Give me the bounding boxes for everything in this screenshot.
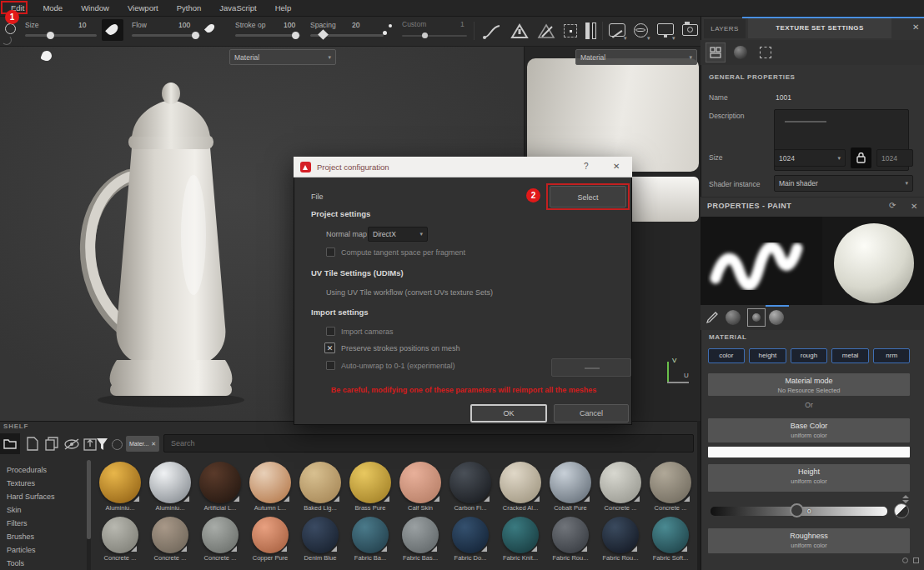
material-thumbnail[interactable]	[299, 462, 341, 503]
properties-refresh-icon[interactable]: ⟳	[889, 201, 896, 210]
roughness-reset-icon[interactable]	[902, 558, 908, 563]
shelf-scrollbar-thumb[interactable]	[87, 460, 91, 539]
size-slider[interactable]	[25, 34, 97, 37]
brush-secondary-icon[interactable]	[207, 23, 213, 33]
symmetry-icon[interactable]	[585, 22, 597, 39]
material-item[interactable]: Fabric Do...	[445, 515, 495, 567]
dialog-close-icon[interactable]: ✕	[613, 162, 620, 171]
display-settings-icon[interactable]	[657, 23, 674, 35]
stroke-opacity-slider[interactable]	[235, 34, 300, 37]
preserve-strokes-checkbox[interactable]: ✕	[324, 342, 335, 353]
duplicate-resource-icon[interactable]	[45, 437, 58, 451]
dialog-titlebar[interactable]: Project configuration ? ✕	[294, 157, 632, 178]
material-thumbnail[interactable]	[652, 517, 689, 553]
material-thumbnail[interactable]	[500, 462, 541, 503]
shelf-category-item[interactable]: Particles	[7, 543, 85, 557]
material-item[interactable]: Fabric Bas...	[395, 515, 445, 567]
height-slider-knob[interactable]	[790, 503, 804, 518]
material-item[interactable]: Fabric Rou...	[595, 515, 645, 567]
brush-preset-button[interactable]	[102, 19, 123, 41]
hide-resources-icon[interactable]	[63, 438, 80, 450]
stencil-chip-button[interactable]	[747, 308, 766, 327]
material-thumbnail[interactable]	[102, 517, 138, 553]
menu-item[interactable]: Viewport	[118, 0, 168, 16]
material-thumbnail[interactable]	[152, 517, 188, 553]
lazy-mouse-icon[interactable]	[564, 24, 577, 38]
filter-chip-close-icon[interactable]: ✕	[151, 441, 156, 448]
compute-tangent-checkbox[interactable]	[326, 248, 335, 257]
size-lock-button[interactable]	[851, 148, 871, 168]
flow-slider[interactable]	[132, 34, 200, 37]
material-thumbnail[interactable]	[149, 462, 191, 503]
environment-icon[interactable]	[634, 23, 648, 38]
material-thumbnail[interactable]	[252, 517, 289, 553]
shelf-category-item[interactable]: Tools	[7, 557, 85, 570]
material-item[interactable]: Artificial L...	[195, 460, 245, 513]
shelf-category-item[interactable]: Hard Surfaces	[7, 490, 85, 503]
material-item[interactable]: Brass Pure	[345, 460, 395, 513]
material-item[interactable]: Baked Lig...	[295, 460, 345, 513]
roughness-menu-icon[interactable]	[913, 558, 919, 563]
select-button[interactable]: Select	[550, 186, 626, 208]
material-item[interactable]: Aluminiu...	[145, 460, 195, 513]
filter-chip[interactable]: Mater... ✕	[126, 436, 159, 452]
menu-item[interactable]: JavaScript	[210, 0, 265, 16]
material-thumbnail[interactable]	[202, 517, 239, 553]
tab-texture-set-settings[interactable]: TEXTURE SET SETTINGS	[748, 18, 891, 38]
base-color-box[interactable]: Base Color uniform color	[708, 418, 910, 442]
falloff-curve-icon[interactable]	[482, 23, 502, 40]
base-color-swatch[interactable]	[708, 447, 910, 458]
material-item[interactable]: Fabric Soft...	[645, 515, 696, 567]
stencil-triangle-icon[interactable]	[537, 23, 555, 39]
unwrap-options-button[interactable]	[551, 358, 631, 377]
pen-tool-icon[interactable]	[706, 311, 719, 324]
height-box[interactable]: Height uniform color	[708, 464, 910, 492]
material-item[interactable]: Calf Skin	[395, 460, 445, 513]
channel-button[interactable]: metal	[831, 348, 869, 363]
shelf-category-item[interactable]: Brushes	[7, 530, 85, 543]
falloff-slider[interactable]	[402, 35, 467, 37]
channel-button[interactable]: rough	[791, 348, 828, 363]
filter-funnel-icon[interactable]	[96, 438, 108, 452]
material-sphere-icon[interactable]	[769, 310, 784, 325]
material-thumbnail[interactable]	[449, 462, 491, 503]
projection-triangle-icon[interactable]	[510, 23, 529, 39]
height-contrast-icon[interactable]	[894, 503, 909, 518]
uv-selection-button[interactable]	[756, 42, 776, 62]
material-thumbnail[interactable]	[249, 462, 291, 503]
size-dropdown[interactable]: 1024 ▾	[774, 149, 846, 167]
shelf-category-item[interactable]: Skin	[7, 503, 85, 517]
material-thumbnail[interactable]	[352, 517, 389, 553]
shelf-category-item[interactable]: Textures	[7, 477, 85, 490]
panel-close-icon[interactable]: ✕	[912, 22, 919, 32]
properties-close-icon[interactable]: ✕	[911, 202, 917, 211]
material-thumbnail[interactable]	[550, 462, 591, 503]
material-item[interactable]: Cracked Al...	[495, 460, 545, 513]
falloff-slider-knob[interactable]	[422, 32, 428, 38]
channel-button[interactable]: color	[708, 348, 746, 363]
cancel-button[interactable]: Cancel	[554, 404, 629, 422]
shelf-folder-button[interactable]	[0, 433, 20, 454]
material-item[interactable]: Concrete ...	[595, 460, 645, 513]
menu-item[interactable]: Window	[72, 0, 118, 16]
material-item[interactable]: Concrete ...	[195, 515, 245, 567]
tab-layers[interactable]: LAYERS	[704, 19, 746, 38]
material-item[interactable]: Concrete ...	[645, 460, 696, 513]
stroke-opacity-slider-knob[interactable]	[292, 32, 299, 39]
import-resources-icon[interactable]	[83, 437, 97, 451]
flow-slider-knob[interactable]	[192, 32, 199, 39]
material-thumbnail[interactable]	[452, 517, 489, 553]
material-thumbnail[interactable]	[199, 462, 241, 503]
material-thumbnail[interactable]	[552, 517, 589, 553]
shader-instance-dropdown[interactable]: Main shader ▾	[774, 175, 913, 192]
normal-map-format-dropdown[interactable]: DirectX ▾	[368, 227, 428, 242]
shelf-scrollbar[interactable]	[87, 460, 91, 570]
size-slider-knob[interactable]	[47, 32, 54, 39]
menu-item[interactable]: Mode	[33, 0, 72, 16]
channel-button[interactable]: nrm	[873, 348, 911, 363]
channel-button[interactable]: height	[749, 348, 786, 363]
texture-set-list-button[interactable]	[706, 42, 726, 62]
material-item[interactable]: Concrete ...	[95, 515, 145, 567]
dialog-help-icon[interactable]: ?	[584, 162, 589, 171]
resolution-settings-icon[interactable]	[609, 23, 625, 37]
